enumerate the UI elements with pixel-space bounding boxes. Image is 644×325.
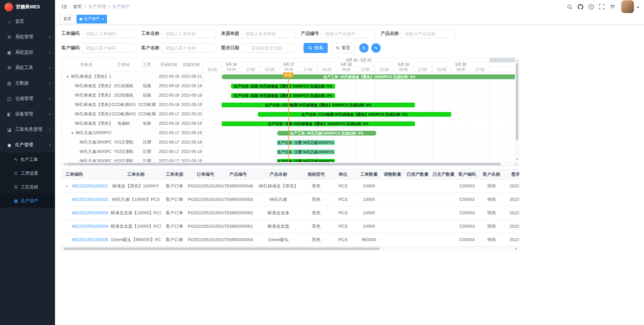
gantt-horizontal-scrollbar[interactable]: ◄ ► — [62, 162, 519, 166]
table-row[interactable]: ∨MO202205150001 移液盒【黑色】10000个 客户订单 PO202… — [61, 179, 519, 193]
avatar[interactable] — [621, 0, 634, 13]
filter-input[interactable] — [401, 29, 455, 38]
breadcrumb-item[interactable]: 生产排产 — [106, 4, 130, 10]
caret-down-icon[interactable] — [637, 7, 639, 9]
table-row[interactable]: MO202205150003 移液盒盒体【10000】PCS 客户订单 PO20… — [61, 206, 519, 220]
process: 注塑 — [136, 138, 158, 147]
gantt-hour-label: 09:00 — [222, 67, 241, 72]
gantt-hour-label: 09:00 — [394, 67, 413, 72]
work-order-name: 移液盒【黑色】10000个 — [111, 179, 161, 193]
sidebar-menu-item[interactable]: ▣ 系统监控 ∨ — [0, 45, 55, 60]
table-row[interactable]: MO202205150005 10mm吸头【960000】PCS 客户订单 PO… — [61, 233, 519, 247]
reset-button[interactable]: ↻ 重置 — [332, 43, 355, 53]
scroll-down-icon[interactable]: ▼ — [515, 158, 519, 161]
sidebar-toggle-icon[interactable] — [60, 2, 68, 11]
spec-model: 黑色 — [304, 233, 329, 246]
product-number: ITEM00000046 — [223, 179, 253, 193]
gantt-task-cell: 96孔移液盒【黑色】10000PCS — [62, 119, 111, 128]
menu-item-icon: ◧ — [6, 112, 12, 117]
round-action-button[interactable]: ✎ — [371, 43, 381, 53]
work-order-code-link[interactable]: MO202205150003 — [72, 206, 108, 219]
table-column-header: 单位 — [329, 169, 357, 179]
work-order-code-link[interactable]: MO202205150002 — [72, 193, 108, 206]
gantt-bar[interactable]: 生产任务: 注塑 96孔孔板3000PCS 完成比例: 0% — [277, 150, 335, 154]
work-order-code-link[interactable]: MO202205150001 — [72, 179, 108, 193]
gantt-bar[interactable]: 生产工单: 96孔孔板10000PCS 完成比例: 0% — [277, 131, 376, 136]
produced-quantity — [431, 206, 456, 219]
scheduled-quantity — [404, 233, 431, 246]
sidebar-menu-item[interactable]: ▤ 主数据 ∨ — [0, 75, 55, 91]
sidebar-menu-item[interactable]: ◪ 工装夹具管理 ∨ — [0, 122, 55, 137]
sidebar-menu-item[interactable]: ⚒ 系统工具 ∨ — [0, 60, 55, 75]
filter-input[interactable] — [162, 29, 216, 38]
search-button[interactable]: 搜索 — [304, 43, 328, 53]
gantt-bar[interactable]: 生产任务: 组装 96孔移液盒【黑色】5000PCS 完成比例: 0% — [231, 84, 335, 89]
gantt-hour-label: 17:00 — [299, 67, 318, 72]
task-name: 96孔移液盒【黑色】5000PCS — [75, 84, 111, 88]
order-quantity: 10000 — [357, 179, 381, 193]
github-icon[interactable] — [576, 2, 584, 11]
customer-name: 张伟 — [478, 206, 505, 219]
breadcrumb-item[interactable]: 首页 — [73, 4, 82, 10]
scrollbar-thumb[interactable] — [516, 63, 518, 140]
table-column-header: 需求日期 — [505, 169, 519, 179]
sidebar-menu-item[interactable]: ◫ 仓储管理 ∨ — [0, 91, 55, 106]
sidebar-submenu-item[interactable]: ▦ 生产排产 — [0, 194, 55, 208]
sidebar-menu-item[interactable]: ⌂ 首页 — [0, 14, 55, 29]
expand-toggle-icon[interactable]: ▼ — [71, 131, 74, 135]
table-row[interactable]: MO202205150004 移液盒盒盖【10000】PCS 客户订单 PO20… — [61, 220, 519, 233]
gantt-bar[interactable]: 生产任务: 注塑 96孔孔板3000PCS 完成比例: 0% — [277, 159, 335, 162]
font-size-icon[interactable]: TT — [608, 2, 616, 11]
view-tab[interactable]: 首页 — [60, 15, 74, 23]
sidebar-submenu-item[interactable]: ✎ 生产工单 — [0, 153, 55, 166]
scroll-left-icon[interactable]: ◄ — [62, 163, 66, 166]
scroll-right-icon[interactable]: ► — [514, 247, 518, 250]
sidebar-submenu-item[interactable]: ☷ 工序设置 — [0, 166, 55, 180]
filter-input[interactable] — [241, 43, 296, 53]
menu-item-label: 设备管理 — [15, 111, 49, 117]
search-icon[interactable] — [566, 2, 574, 11]
filter-input[interactable] — [321, 29, 376, 38]
sidebar-menu-item[interactable]: ◧ 设备管理 ∨ — [0, 106, 55, 122]
scroll-right-icon[interactable]: ► — [514, 163, 518, 166]
sidebar-menu-item[interactable]: ◉ 生产管理 ∧ — [0, 137, 55, 153]
filter-input[interactable] — [241, 29, 296, 38]
gantt-bar[interactable]: 生产任务: 组装 96孔移液盒【黑色】5000PCS 完成比例: 0% — [231, 93, 335, 98]
table-horizontal-scrollbar[interactable]: ◄ ► — [61, 247, 519, 251]
timeline-cell: 生产任务: 包装 96孔移液盒【黑色】10000PCS 完成比例: 0% — [203, 119, 515, 128]
filter-label: 工单编码 — [61, 31, 79, 37]
timeline-cell: 生产任务: 注塑 96孔孔板3000PCS 完成比例: 0% — [203, 138, 515, 147]
question-icon[interactable]: ? — [587, 2, 595, 11]
work-order-code-link[interactable]: MO202205150005 — [72, 233, 108, 246]
filter-input[interactable] — [82, 29, 136, 38]
table-row[interactable]: MO202205150002 96孔孔板【10000】PCS 客户订单 PO20… — [61, 193, 519, 206]
close-icon[interactable]: × — [102, 17, 104, 21]
round-action-button[interactable]: ↻ — [359, 43, 369, 53]
sidebar-submenu-item[interactable]: ☰ 工艺流程 — [0, 180, 55, 194]
production-submenu: ✎ 生产工单 ☷ 工序设置 ☰ 工艺流程 ▦ 生产排产 — [0, 153, 55, 208]
scrollbar-thumb[interactable] — [64, 248, 380, 250]
scrollbar-thumb[interactable] — [66, 163, 501, 165]
workstation: 包装机 — [111, 119, 136, 128]
gantt-bar[interactable]: 生产工单: 96孔移液盒【黑色】10000PCS 完成比例: 0% — [222, 74, 515, 79]
timeline-cell: 生产任务: 组装 96孔移液盒【黑色】5000PCS 完成比例: 0% — [203, 91, 515, 100]
unit: PCS — [329, 206, 357, 219]
gantt-bar[interactable]: 生产任务: 注塑 96孔孔板3000PCS 完成比例: 0% — [277, 140, 335, 145]
expand-toggle-icon[interactable]: ▼ — [66, 75, 69, 78]
gantt-bar[interactable]: 生产任务: CCD检测 96孔移液盒【黑色】5000PCS 完成比例: 0% — [222, 103, 415, 107]
row-expand-icon[interactable]: ∨ — [65, 179, 72, 193]
gantt-bar[interactable]: 生产任务: CCD检测 96孔移液盒【黑色】5000PCS 完成比例: 0% — [258, 112, 451, 117]
work-order-code-link[interactable]: MO202205150004 — [72, 220, 108, 233]
scroll-up-icon[interactable]: ▲ — [515, 59, 519, 62]
gantt-vertical-scrollbar[interactable]: ▲ ▼ — [515, 58, 519, 162]
fullscreen-icon[interactable] — [598, 2, 606, 11]
app-logo[interactable]: 苦糖果MES — [0, 0, 55, 14]
breadcrumb-item[interactable]: 生产管理 — [82, 4, 106, 10]
view-tab[interactable]: 生产排产 × — [76, 15, 107, 23]
workstation: Z02组装机 — [111, 91, 136, 100]
submenu-item-label: 工艺流程 — [21, 184, 38, 190]
filter-input[interactable] — [82, 43, 136, 53]
sidebar-menu-item[interactable]: ⚙ 系统管理 ∨ — [0, 29, 55, 45]
filter-input[interactable] — [162, 43, 216, 53]
gantt-bar[interactable]: 生产任务: 包装 96孔移液盒【黑色】10000PCS 完成比例: 0% — [222, 121, 415, 126]
